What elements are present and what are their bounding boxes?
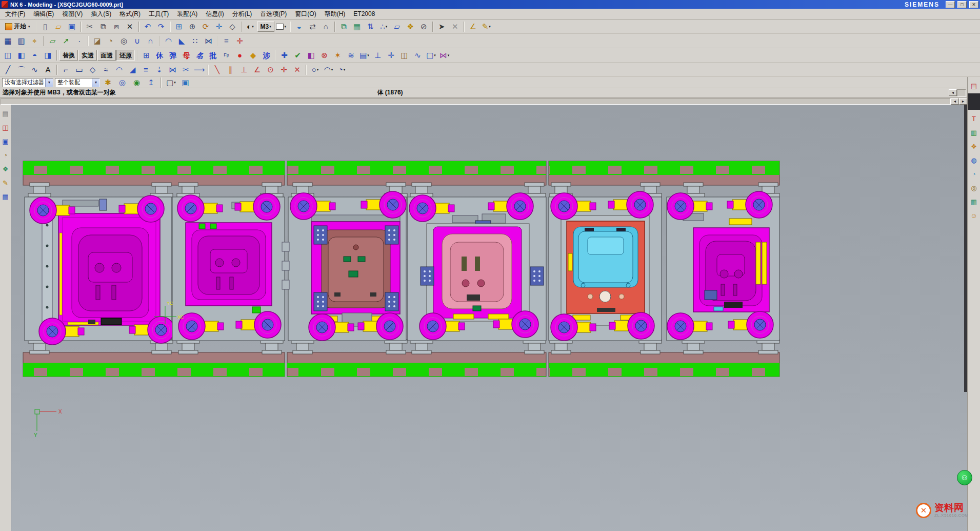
grid-book-icon[interactable]: ⊞ — [140, 49, 153, 62]
menu-insert[interactable]: 插入(S) — [87, 9, 115, 18]
arc-method-icon[interactable]: ◠▾ — [322, 64, 335, 76]
dock-grid-icon[interactable]: ▤ — [1, 108, 11, 119]
wade-icon[interactable]: 涉 — [260, 49, 273, 62]
trim-curve-icon[interactable]: ✂ — [179, 64, 192, 76]
pan-view-icon[interactable]: ✛ — [213, 21, 226, 33]
browser-icon[interactable]: ◔ — [969, 169, 979, 179]
measure-icon[interactable]: ∠ — [467, 21, 479, 33]
check-clearance-icon[interactable]: ✔ — [291, 49, 304, 62]
product-outline-icon[interactable]: ▢▾ — [425, 49, 437, 62]
constraints-icon[interactable]: ⊥ — [371, 49, 384, 62]
circle-icon[interactable]: ○▾ — [309, 64, 322, 76]
mirror-assembly-icon[interactable]: ⋈▾ — [438, 49, 451, 62]
hscroll-track[interactable] — [1, 98, 951, 105]
cursor-select-icon[interactable]: ➤ — [435, 21, 448, 33]
menu-assemblies[interactable]: 装配(A) — [173, 9, 202, 18]
menu-format[interactable]: 格式(R) — [115, 9, 145, 18]
rectangle-select-icon[interactable]: ▢▾ — [165, 76, 177, 89]
menu-tools[interactable]: 工具(T) — [145, 9, 173, 18]
wcs-display-icon[interactable]: ⌖ — [28, 35, 41, 47]
selection-sphere-icon[interactable]: ❖ — [404, 21, 417, 33]
selection-filter-combo[interactable]: 没有选择过滤器 ▼ — [2, 78, 53, 87]
snap-target-icon[interactable]: ✛ — [233, 35, 246, 47]
conic-icon[interactable]: ◔▾ — [335, 64, 348, 76]
intersect-icon[interactable]: ✕ — [291, 64, 304, 76]
menu-edit[interactable]: 编辑(E) — [29, 9, 58, 18]
datum-axis-icon[interactable]: ↗ — [59, 35, 72, 47]
sequence-icon[interactable]: ≋ — [345, 49, 357, 62]
messenger-badge-icon[interactable]: ☺ — [957, 470, 972, 485]
expression-icon[interactable]: = — [220, 35, 233, 47]
snap-enable-icon[interactable]: ✱ — [102, 76, 114, 89]
dock-clock-icon[interactable]: ◔ — [1, 150, 11, 160]
rotate-view-icon[interactable]: ⟳ — [199, 21, 212, 33]
show-hide-icon[interactable]: ◒ — [293, 21, 306, 33]
revolve-icon[interactable]: ◔ — [104, 35, 117, 47]
mold-view-3[interactable] — [282, 191, 406, 341]
snap-point-icon[interactable]: ∴▾ — [377, 21, 390, 33]
delete-icon[interactable]: ✕ — [124, 21, 136, 33]
wave-link-icon[interactable]: ∿ — [411, 49, 424, 62]
link-icon[interactable]: ✚ — [278, 49, 291, 62]
solid-cube-icon[interactable]: ▣ — [179, 76, 192, 89]
menu-view[interactable]: 视图(V) — [58, 9, 87, 18]
point-on-curve-icon[interactable]: ✛ — [277, 64, 290, 76]
deselect-all-icon[interactable]: ✕ — [449, 21, 462, 33]
fp-icon[interactable]: Fp — [220, 49, 233, 62]
perspective-icon[interactable]: ◇ — [226, 21, 239, 33]
graphics-canvas[interactable]: XC YC X Y — [11, 105, 967, 531]
history-icon[interactable]: ◎ — [969, 183, 979, 193]
datum-plane-icon[interactable]: ▱ — [46, 35, 59, 47]
window-cascade-icon[interactable]: ⧉ — [337, 21, 350, 33]
layout-views-icon[interactable]: ▦ — [351, 21, 364, 33]
mirror-feature-icon[interactable]: ⋈ — [202, 35, 215, 47]
combo-arrow-icon[interactable]: ▼ — [92, 78, 99, 87]
menu-window[interactable]: 窗口(O) — [291, 9, 320, 18]
text-icon[interactable]: A — [42, 64, 54, 76]
section-icon[interactable]: ◧ — [305, 49, 317, 62]
pencil-edit-icon[interactable]: ✎▾ — [480, 21, 493, 33]
mold-view-5[interactable] — [549, 191, 662, 341]
hd3d-tools-icon[interactable]: ◍ — [969, 155, 979, 165]
close-button[interactable]: ✕ — [969, 1, 978, 8]
magnify-icon[interactable]: ◎ — [116, 76, 129, 89]
mold-view-6[interactable] — [667, 191, 779, 341]
cue-scroll-left-button[interactable]: ◄ — [949, 89, 957, 96]
line-icon[interactable]: ╱ — [2, 64, 14, 76]
dock-view-icon[interactable]: ◫ — [1, 122, 11, 132]
suppress-icon[interactable]: 休 — [153, 49, 166, 62]
start-button[interactable]: 开始 ▾ — [2, 21, 34, 33]
solid-transparent-button[interactable]: 实透 — [78, 50, 97, 61]
orient-view-icon[interactable]: ⌂ — [319, 21, 332, 33]
up-level-icon[interactable]: ↥ — [145, 76, 157, 89]
move-component-icon[interactable]: ✛ — [385, 49, 397, 62]
die-icon[interactable]: 母 — [180, 49, 193, 62]
menu-file[interactable]: 文件(F) — [1, 9, 29, 18]
mirror-curve-icon[interactable]: ⋈ — [166, 64, 179, 76]
hscroll-right-button[interactable]: ► — [959, 98, 967, 105]
replace-button[interactable]: 替换 — [59, 50, 78, 61]
undo-icon[interactable]: ↶ — [142, 21, 154, 33]
sync-views-icon[interactable]: ⇅ — [364, 21, 377, 33]
project-curve-icon[interactable]: ⇣ — [153, 64, 166, 76]
point-icon[interactable]: ∙ — [73, 35, 86, 47]
spline-icon[interactable]: ∿ — [28, 64, 41, 76]
parallel-icon[interactable]: ∥ — [224, 64, 237, 76]
offset-curve-icon[interactable]: ≡ — [139, 64, 152, 76]
rectangle-icon[interactable]: ▭ — [73, 64, 86, 76]
hole-icon[interactable]: ◎ — [117, 35, 130, 47]
chamfer-icon[interactable]: ◣ — [175, 35, 188, 47]
no-selection-icon[interactable]: ⊘ — [417, 21, 430, 33]
graphics-window[interactable]: XC YC X Y — [11, 105, 967, 531]
close-mold-icon[interactable]: ◧ — [15, 49, 28, 62]
dock-palette-icon[interactable]: ❖ — [1, 164, 11, 174]
profile-icon[interactable]: ⌐ — [59, 64, 72, 76]
menu-et2008[interactable]: ET2008 — [349, 9, 379, 18]
dock-layers-icon[interactable]: ▦ — [1, 191, 11, 202]
selection-scope-combo[interactable]: 整个装配 ▼ — [55, 78, 100, 87]
redo-icon[interactable]: ↷ — [155, 21, 168, 33]
pattern-feature-icon[interactable]: ∷ — [189, 35, 202, 47]
mold-view-2[interactable] — [172, 193, 285, 341]
dock-display-icon[interactable]: ▣ — [1, 136, 11, 146]
polygon-icon[interactable]: ◇ — [86, 64, 99, 76]
